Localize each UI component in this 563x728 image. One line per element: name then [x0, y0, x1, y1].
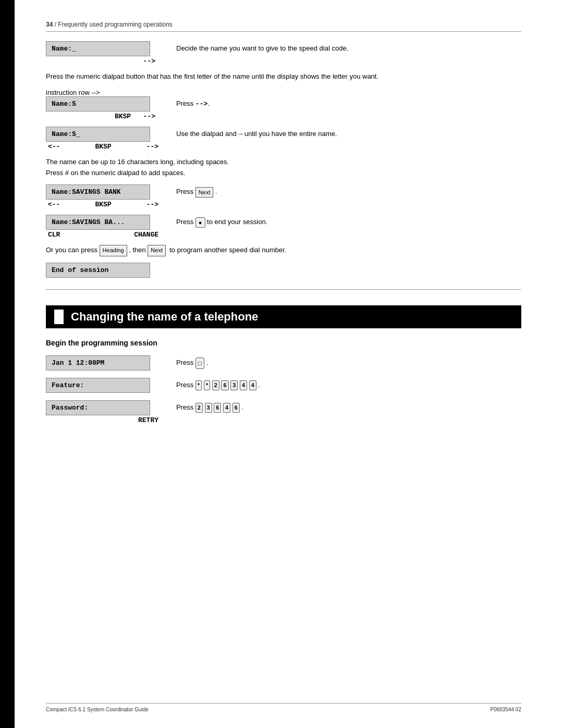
star-key-2[interactable]: * [204, 380, 210, 390]
digit-key-2[interactable]: 2 [212, 380, 219, 390]
pw-digit-6[interactable]: 6 [214, 403, 221, 413]
subsection-heading: Begin the programming session [46, 339, 521, 347]
display-bksp-arrow-1: BKSP --> [46, 113, 161, 120]
display-feature: Feature: [46, 378, 150, 393]
display-col-feature: Feature: [46, 378, 161, 394]
section-number: 34 [46, 21, 53, 28]
footer-right: P0603544 02 [490, 707, 521, 712]
display-name-s: Name:S [46, 96, 150, 112]
display-col-names2: Name:S_ <-- BKSP --> [46, 127, 161, 151]
text-use-dialpad: Use the dialpad and → until you have the… [176, 127, 521, 140]
digit-key-4-1[interactable]: 4 [240, 380, 247, 390]
display-arrow-right-1: --> [46, 57, 161, 65]
display-password: Password: [46, 400, 150, 415]
display-col-name: Name:_ --> [46, 41, 161, 65]
content-area: 34 / Frequently used programming operati… [15, 0, 563, 728]
text-press-star-feature: Press * * 2 6 3 4 4 . [176, 378, 521, 390]
digit-key-3[interactable]: 3 [230, 380, 238, 390]
page-header: 34 / Frequently used programming operati… [46, 21, 521, 32]
next-key-1[interactable]: Next [195, 187, 214, 198]
star-key-1[interactable]: * [195, 380, 202, 390]
display-bksp-arrow-2: <-- BKSP --> [46, 143, 161, 151]
display-col-savings-bank: Name:SAVINGS BANK <-- BKSP --> [46, 184, 161, 208]
instruction-row-name: Name:_ --> Decide the name you want to g… [46, 41, 521, 65]
display-savings-ba: Name:SAVINGS BA... [46, 215, 150, 230]
display-retry: RETRY [46, 416, 161, 424]
display-savings-bank-row2: <-- BKSP --> [46, 201, 161, 208]
display-col-savings-ba: Name:SAVINGS BA... CLR CHANGE [46, 215, 161, 239]
section-divider [46, 289, 521, 290]
text-decide-name: Decide the name you want to give to the … [176, 41, 521, 54]
display-name-s2: Name:S_ [46, 127, 150, 142]
text-press-arrow: Press -->. [176, 96, 521, 109]
section-icon [54, 310, 64, 324]
pw-digit-2[interactable]: 2 [195, 403, 203, 413]
footer-left: Compact ICS 6.1 System Coordinator Guide [46, 707, 149, 712]
instruction-row-password: Password: RETRY Press 2 3 6 4 6 . [46, 400, 521, 424]
text-press-feature: Press □ . [176, 355, 521, 369]
display-end-of-session: End of session [46, 263, 150, 278]
display-col-jan1: Jan 1 12:00PM [46, 355, 161, 372]
pw-digit-4[interactable]: 4 [223, 403, 230, 413]
para-heading-next: Or you can press Heading , then Next to … [46, 245, 521, 256]
para-name-length: The name can be up to 16 characters long… [46, 157, 521, 179]
digit-key-4-2[interactable]: 4 [249, 380, 256, 390]
instruction-row-feature: Feature: Press * * 2 6 3 4 4 . [46, 378, 521, 394]
display-name-blank: Name:_ [46, 41, 150, 56]
instruction-row-names2: Name:S_ <-- BKSP --> Use the dialpad and… [46, 127, 521, 151]
section-heading-container: Changing the name of a telephone [46, 305, 521, 328]
left-bar [0, 0, 15, 728]
next-key-2[interactable]: Next [148, 245, 166, 256]
pw-digit-6b[interactable]: 6 [232, 403, 240, 413]
feature-icon-key[interactable]: □ [195, 357, 204, 369]
text-press-release: Press ● to end your session. [176, 215, 521, 228]
display-col-password: Password: RETRY [46, 400, 161, 424]
page-footer: Compact ICS 6.1 System Coordinator Guide… [46, 703, 521, 712]
instruction-row-savings-ba: Name:SAVINGS BA... CLR CHANGE Press ● to… [46, 215, 521, 239]
display-col-names: Name:S BKSP --> [46, 96, 161, 120]
display-savings-ba-row2: CLR CHANGE [46, 231, 161, 239]
para-press-numeric: Press the numeric dialpad button that ha… [46, 71, 521, 82]
text-press-password: Press 2 3 6 4 6 . [176, 400, 521, 413]
section-title: / Frequently used programming operations [55, 21, 173, 28]
page-container: 34 / Frequently used programming operati… [0, 0, 563, 728]
instruction-row-names: Name:S BKSP --> Press -->. [46, 96, 521, 120]
heading-key[interactable]: Heading [100, 245, 127, 256]
digit-key-6-1[interactable]: 6 [221, 380, 228, 390]
section-heading-text: Changing the name of a telephone [71, 310, 258, 324]
pw-digit-3[interactable]: 3 [205, 403, 212, 413]
release-key[interactable]: ● [195, 217, 205, 228]
display-savings-bank: Name:SAVINGS BANK [46, 184, 150, 200]
text-press-next: Press Next . [176, 184, 521, 198]
display-jan1: Jan 1 12:00PM [46, 355, 150, 371]
end-of-session-container: End of session [46, 263, 521, 279]
instruction-row-savings-bank: Name:SAVINGS BANK <-- BKSP --> Press Nex… [46, 184, 521, 208]
instruction-row-jan1: Jan 1 12:00PM Press □ . [46, 355, 521, 372]
